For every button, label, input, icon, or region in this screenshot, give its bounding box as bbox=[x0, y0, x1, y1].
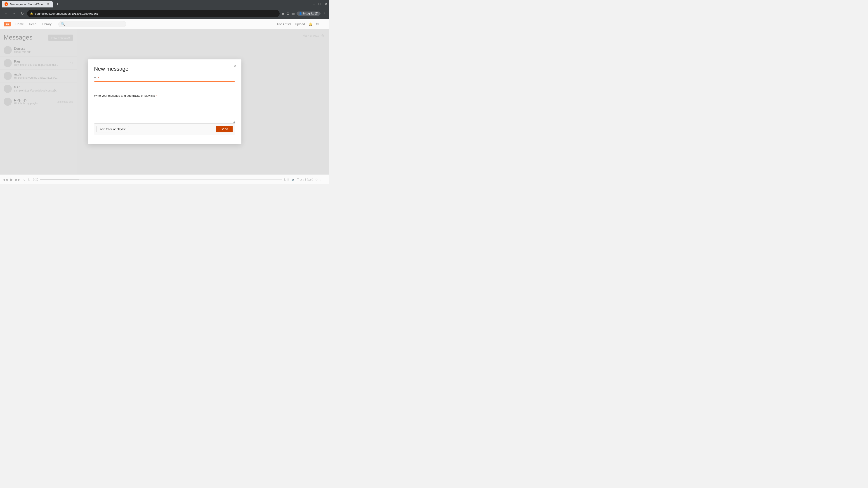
extensions-icon[interactable]: ⚙ bbox=[286, 11, 289, 16]
back-button[interactable]: ← bbox=[3, 10, 9, 17]
track-name: Track 1 (test) bbox=[297, 178, 313, 181]
next-button[interactable]: ▶▶ bbox=[16, 178, 20, 182]
to-field: To * bbox=[94, 76, 235, 90]
close-button[interactable]: ✕ bbox=[324, 2, 327, 6]
nav-library[interactable]: Library bbox=[42, 22, 52, 26]
browser-tab[interactable]: ▶ Messages on SoundCloud × bbox=[2, 1, 53, 7]
minimize-button[interactable]: – bbox=[313, 2, 315, 6]
prev-button[interactable]: ◀◀ bbox=[3, 178, 8, 182]
address-bar[interactable]: 🔒 soundcloud.com/messages/101395:1350701… bbox=[27, 10, 280, 17]
incognito-badge[interactable]: 👤 Incognito (2) bbox=[297, 11, 320, 15]
shuffle-icon[interactable]: ⇆ bbox=[23, 178, 25, 182]
modal-close-button[interactable]: × bbox=[232, 63, 238, 68]
incognito-icon: 👤 bbox=[299, 12, 302, 15]
bookmark-icon[interactable]: ★ bbox=[281, 11, 285, 16]
nav-upload[interactable]: Upload bbox=[295, 22, 305, 26]
messages-icon[interactable]: ✉ bbox=[316, 22, 319, 26]
maximize-button[interactable]: □ bbox=[318, 2, 321, 6]
to-label: To * bbox=[94, 76, 235, 80]
new-tab-button[interactable]: + bbox=[55, 1, 61, 7]
message-textarea[interactable] bbox=[94, 99, 235, 124]
more-options-icon[interactable]: ⋯ bbox=[324, 178, 327, 181]
sc-nav: Home Feed Library bbox=[16, 22, 52, 26]
download-icon[interactable]: ↓ bbox=[320, 178, 321, 181]
new-message-modal: × New message To * bbox=[88, 59, 241, 144]
browser-titlebar: ▶ Messages on SoundCloud × + – □ ✕ bbox=[0, 0, 329, 8]
player-controls: ◀◀ ▶ ▶▶ ⇆ ↻ bbox=[3, 177, 30, 182]
time-current: 0:30 bbox=[33, 178, 38, 181]
search-icon: 🔍 bbox=[61, 22, 65, 26]
volume-icon[interactable]: 🔈 bbox=[291, 178, 295, 181]
add-track-button[interactable]: Add track or playlist bbox=[96, 126, 129, 132]
modal-backdrop: × New message To * bbox=[0, 29, 329, 174]
sc-content: Messages New message Denisse check this … bbox=[0, 29, 329, 174]
nav-home[interactable]: Home bbox=[16, 22, 24, 26]
player-right: 🔈 Track 1 (test) ♡ ↓ ⋯ bbox=[291, 178, 327, 181]
menu-icon[interactable]: ⋮ bbox=[322, 11, 327, 16]
browser-frame: ▶ Messages on SoundCloud × + – □ ✕ ← → ↻… bbox=[0, 0, 329, 184]
required-indicator: * bbox=[156, 94, 157, 97]
message-label: Write your message and add tracks or pla… bbox=[94, 94, 235, 97]
tab-close-button[interactable]: × bbox=[46, 2, 50, 6]
sc-header-right: For Artists Upload 🔔 ✉ ⋯ bbox=[277, 22, 326, 26]
play-button[interactable]: ▶ bbox=[10, 177, 13, 182]
required-indicator: * bbox=[98, 76, 99, 80]
player-progress: 0:30 2:48 bbox=[33, 178, 289, 181]
repeat-icon[interactable]: ↻ bbox=[28, 178, 30, 182]
sc-search-bar[interactable]: 🔍 bbox=[58, 21, 126, 27]
sc-logo-icon: ≋≋ bbox=[4, 22, 11, 26]
notifications-icon[interactable]: 🔔 bbox=[309, 22, 312, 26]
sc-logo: ≋≋ bbox=[4, 22, 11, 26]
nav-for-artists[interactable]: For Artists bbox=[277, 22, 291, 26]
tab-favicon: ▶ bbox=[4, 2, 8, 6]
soundcloud-app: ≋≋ Home Feed Library 🔍 For Artists Uploa… bbox=[0, 19, 329, 184]
more-icon[interactable]: ⋯ bbox=[322, 22, 326, 26]
to-input[interactable] bbox=[94, 81, 235, 90]
sc-header: ≋≋ Home Feed Library 🔍 For Artists Uploa… bbox=[0, 19, 329, 29]
message-field: Write your message and add tracks or pla… bbox=[94, 94, 235, 134]
sc-player: ◀◀ ▶ ▶▶ ⇆ ↻ 0:30 2:48 🔈 Track 1 (test) ♡… bbox=[0, 174, 329, 184]
lock-icon: 🔒 bbox=[30, 12, 33, 15]
url-display: soundcloud.com/messages/101395:135070136… bbox=[35, 12, 277, 15]
time-total: 2:48 bbox=[283, 178, 289, 181]
modal-title: New message bbox=[94, 66, 235, 72]
window-controls: – □ ✕ bbox=[313, 2, 327, 6]
reload-button[interactable]: ↻ bbox=[19, 10, 25, 17]
forward-button[interactable]: → bbox=[11, 10, 17, 17]
toolbar-actions: ★ ⚙ ▭ 👤 Incognito (2) ⋮ bbox=[281, 11, 327, 16]
send-button[interactable]: Send bbox=[216, 126, 232, 132]
split-view-icon[interactable]: ▭ bbox=[291, 11, 295, 16]
modal-footer: Add track or playlist Send bbox=[94, 124, 235, 134]
progress-fill bbox=[40, 179, 79, 180]
progress-bar[interactable] bbox=[40, 179, 282, 180]
browser-toolbar: ← → ↻ 🔒 soundcloud.com/messages/101395:1… bbox=[0, 8, 329, 19]
nav-feed[interactable]: Feed bbox=[29, 22, 36, 26]
tab-title: Messages on SoundCloud bbox=[10, 2, 44, 6]
like-icon[interactable]: ♡ bbox=[315, 178, 318, 181]
